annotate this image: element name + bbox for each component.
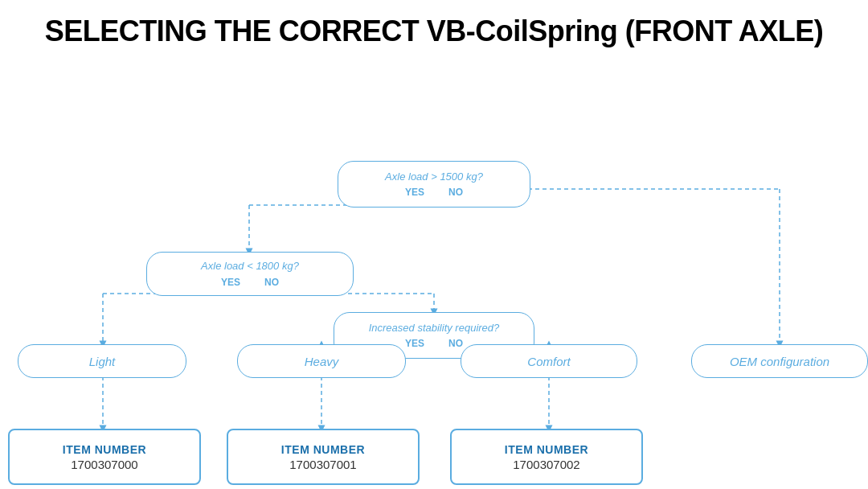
decision3-yes: YES	[405, 338, 424, 349]
item2-label: ITEM NUMBER	[281, 443, 365, 456]
item-box-2: ITEM NUMBER 1700307001	[227, 429, 420, 485]
item1-number: 1700307000	[71, 458, 137, 471]
item2-number: 1700307001	[289, 458, 356, 471]
result-comfort: Comfort	[461, 344, 637, 378]
decision2-question: Axle load < 1800 kg?	[201, 260, 299, 273]
item3-label: ITEM NUMBER	[505, 443, 588, 456]
result-oem: OEM configuration	[691, 344, 868, 378]
decision3-question: Increased stability required?	[369, 322, 500, 335]
diagram-lines	[0, 56, 868, 466]
decision3-no: NO	[448, 338, 463, 349]
item-box-1: ITEM NUMBER 1700307000	[8, 429, 201, 485]
diagram-area: Axle load > 1500 kg? YES NO Axle load < …	[0, 56, 868, 466]
decision-box-2: Axle load < 1800 kg? YES NO	[146, 252, 354, 296]
result-heavy: Heavy	[237, 344, 406, 378]
decision2-no: NO	[264, 277, 279, 288]
result-light: Light	[18, 344, 186, 378]
page-title: SELECTING THE CORRECT VB-CoilSpring (FRO…	[0, 0, 868, 56]
item1-label: ITEM NUMBER	[63, 443, 146, 456]
item3-number: 1700307002	[513, 458, 579, 471]
decision-box-1: Axle load > 1500 kg? YES NO	[338, 161, 530, 208]
decision1-question: Axle load > 1500 kg?	[385, 171, 483, 184]
item-box-3: ITEM NUMBER 1700307002	[450, 429, 643, 485]
decision2-yes: YES	[221, 277, 240, 288]
decision1-yes: YES	[405, 187, 424, 198]
decision1-no: NO	[448, 187, 463, 198]
